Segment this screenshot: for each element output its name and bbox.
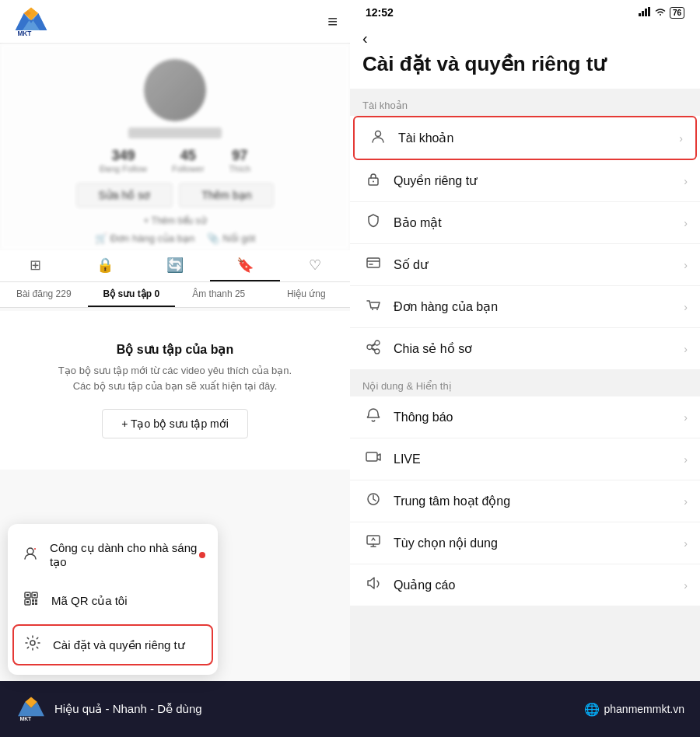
back-button[interactable]: ‹	[362, 30, 688, 47]
stat-follower: 45 Follower	[172, 148, 205, 173]
notifications-icon	[362, 407, 384, 427]
add-friend-button[interactable]: Thêm bạn	[179, 183, 274, 208]
settings-group-content: Thông báo › LIVE ›	[350, 396, 700, 606]
tab-collection[interactable]: 🔖	[210, 250, 280, 281]
security-chevron: ›	[684, 217, 688, 229]
svg-text:MKT: MKT	[19, 716, 32, 721]
activity-icon	[362, 491, 384, 511]
create-collection-button[interactable]: + Tạo bộ sưu tập mới	[102, 409, 248, 438]
right-footer: 🌐 phanmemmkt.vn	[350, 681, 700, 737]
orders-link[interactable]: 🛒 Đơn hàng của bạn	[95, 232, 195, 244]
tab-lock[interactable]: 🔒	[70, 250, 140, 281]
connect-link[interactable]: 📎 Nối gót	[207, 232, 255, 244]
dropdown-creator-tools[interactable]: Công cụ dành cho nhà sáng tạo	[8, 530, 218, 580]
live-label: LIVE	[394, 452, 684, 466]
dropdown-qr-code[interactable]: Mã QR của tôi	[8, 580, 218, 621]
settings-item-account[interactable]: Tài khoản ›	[353, 116, 697, 160]
settings-group-account: Tài khoản › Quyền riêng tư ›	[350, 116, 700, 369]
settings-item-ads[interactable]: Quảng cáo ›	[350, 564, 700, 606]
repost-icon: 🔄	[166, 257, 184, 274]
settings-item-notifications[interactable]: Thông báo ›	[350, 396, 700, 438]
svg-point-6	[34, 548, 36, 550]
notification-dot	[199, 552, 205, 558]
stat-following: 349 Đang Follow	[100, 148, 147, 173]
svg-rect-11	[33, 594, 36, 596]
settings-item-live[interactable]: LIVE ›	[350, 438, 700, 480]
stats-row: 349 Đang Follow 45 Follower 97 Thích	[100, 148, 250, 173]
orders-icon	[362, 297, 384, 316]
profile-area: 349 Đang Follow 45 Follower 97 Thích Sửa…	[0, 44, 350, 250]
security-label: Bảo mật	[394, 215, 684, 230]
svg-rect-15	[32, 603, 34, 605]
qr-label: Mã QR của tôi	[51, 594, 128, 608]
content-options-label: Tùy chọn nội dung	[394, 536, 684, 550]
footer-left: MKT Hiệu quả - Nhanh - Dễ dùng	[16, 697, 202, 721]
subtabs-bar: Bài đăng 229 Bộ sưu tập 0 Âm thanh 25 Hi…	[0, 282, 350, 308]
account-label: Tài khoản	[398, 131, 679, 145]
likes-label: Thích	[229, 164, 251, 173]
edit-profile-button[interactable]: Sửa hồ sơ	[76, 183, 173, 208]
svg-rect-16	[35, 599, 37, 602]
collection-desc: Tạo bộ sưu tập mới từ các video yêu thíc…	[16, 363, 334, 393]
add-bio-btn[interactable]: + Thêm tiểu sử	[143, 215, 206, 226]
svg-text:MKT: MKT	[17, 29, 31, 36]
svg-rect-12	[26, 601, 29, 603]
share-chevron: ›	[684, 343, 688, 355]
share-label: Chia sẻ hồ sơ	[394, 341, 684, 356]
lock-icon: 🔒	[96, 257, 114, 274]
svg-rect-23	[645, 9, 647, 16]
orders-chevron: ›	[684, 301, 688, 313]
subtab-effects[interactable]: Hiệu ứng	[263, 282, 351, 307]
balance-chevron: ›	[684, 259, 688, 271]
settings-item-activity[interactable]: Trung tâm hoạt động ›	[350, 480, 700, 522]
subtab-posts[interactable]: Bài đăng 229	[0, 282, 88, 307]
tab-heart[interactable]: ♡	[280, 250, 350, 281]
content-options-icon	[362, 533, 384, 553]
footer-website: 🌐 phanmemmkt.vn	[584, 702, 684, 717]
settings-item-orders[interactable]: Đơn hàng của bạn ›	[350, 286, 700, 328]
tab-posts[interactable]: ⊞	[0, 250, 70, 281]
balance-icon	[362, 255, 384, 274]
activity-chevron: ›	[684, 495, 688, 508]
settings-item-content-options[interactable]: Tùy chọn nội dung ›	[350, 522, 700, 564]
live-icon	[362, 449, 384, 469]
signal-icon	[639, 7, 651, 19]
settings-item-privacy[interactable]: Quyền riêng tư ›	[350, 160, 700, 202]
left-footer: MKT Hiệu quả - Nhanh - Dễ dùng	[0, 681, 350, 737]
ads-chevron: ›	[684, 579, 688, 592]
privacy-chevron: ›	[684, 175, 688, 187]
live-chevron: ›	[684, 453, 688, 466]
subtab-sounds[interactable]: Âm thanh 25	[175, 282, 263, 307]
settings-page: 12:52	[350, 0, 700, 621]
right-panel: 12:52	[350, 0, 700, 737]
tabs-bar: ⊞ 🔒 🔄 🔖 ♡	[0, 250, 350, 282]
website-text: phanmemmkt.vn	[604, 703, 684, 715]
tab-repost[interactable]: 🔄	[140, 250, 210, 281]
svg-point-25	[376, 131, 381, 137]
settings-item-balance[interactable]: Số dư ›	[350, 244, 700, 286]
settings-item-share[interactable]: Chia sẻ hồ sơ ›	[350, 328, 700, 369]
dropdown-menu: Công cụ dành cho nhà sáng tạo Mã Q	[8, 524, 218, 675]
svg-point-17	[30, 641, 35, 645]
security-icon	[362, 213, 384, 232]
collection-area: Bộ sưu tập của bạn Tạo bộ sưu tập mới từ…	[0, 311, 350, 470]
ads-label: Quảng cáo	[394, 578, 684, 592]
settings-header: ‹ Cài đặt và quyền riêng tư	[350, 22, 700, 89]
svg-rect-22	[642, 11, 644, 16]
creator-tools-icon	[22, 546, 39, 565]
following-count: 349	[111, 148, 135, 164]
profile-name	[128, 127, 222, 138]
tagline: Hiệu quả - Nhanh - Dễ dùng	[54, 702, 202, 716]
dropdown-settings[interactable]: Cài đặt và quyền riêng tư	[12, 624, 213, 665]
hamburger-icon[interactable]: ≡	[327, 12, 338, 32]
svg-point-32	[376, 309, 378, 310]
orders-label: Đơn hàng của bạn	[394, 299, 684, 314]
posts-icon: ⊞	[30, 257, 41, 274]
subtab-collection[interactable]: Bộ sưu tập 0	[88, 282, 176, 307]
avatar	[144, 59, 206, 121]
left-panel: MKT ≡ 349 Đang Follow 45 Follower 97 Thí…	[0, 0, 350, 737]
content-options-chevron: ›	[684, 537, 688, 550]
ads-icon	[362, 575, 384, 595]
settings-item-security[interactable]: Bảo mật ›	[350, 202, 700, 244]
heart-icon: ♡	[309, 257, 321, 274]
